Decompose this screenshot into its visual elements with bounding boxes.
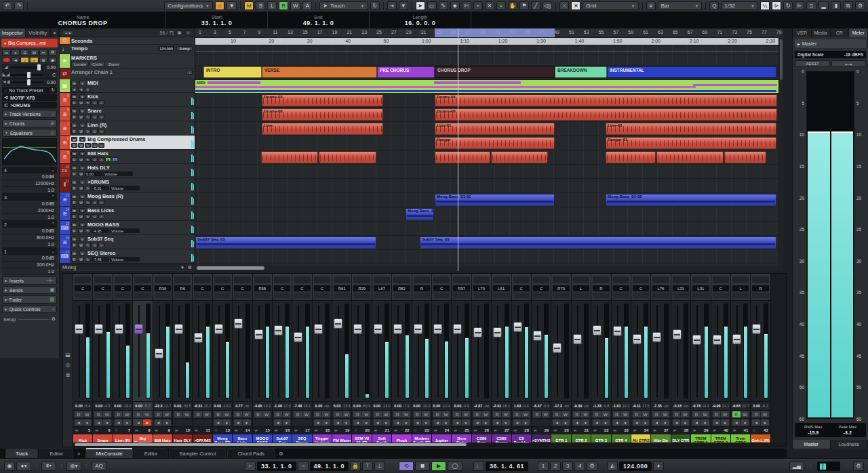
mixer-channel--drums[interactable]: C-8.3110.2RW∞11>DRUMS [193, 274, 212, 447]
mixer-channel-dly-gtr[interactable]: L31-5.15-ooRW◄●∞38DLY GTR [671, 274, 691, 447]
close-lower-zone-icon[interactable]: × [73, 451, 84, 458]
channel-pan-value[interactable]: R70 [553, 285, 569, 291]
channel-pan-value[interactable]: R [414, 285, 430, 291]
channel-fader-area[interactable] [173, 301, 192, 402]
track-accent-icon-blue[interactable]: ▤ [112, 157, 118, 162]
eq-band-freq[interactable]: 100.0Hz [2, 262, 57, 268]
track-row[interactable]: ▣msMIDI●◄≡ [60, 79, 195, 93]
play-tool[interactable]: ◁)) [542, 1, 552, 10]
track-ctrl-icon[interactable]: W [78, 143, 84, 148]
channel-record-button[interactable]: ● [681, 419, 689, 426]
channel-read-button[interactable]: R [353, 411, 361, 417]
track-ctrl-icon[interactable]: ↻ [85, 243, 91, 247]
channel-record-button[interactable]: ● [521, 419, 530, 426]
channel-record-button[interactable]: ● [442, 419, 450, 426]
channel-write-button[interactable]: W [482, 411, 490, 417]
tracklist-footer-arrow[interactable]: ▾ [181, 265, 184, 270]
mixer-channel-moog-bass-r-[interactable]: C0.00-13.2RW◄●○13Moog Bass (R) [213, 274, 233, 447]
track-read-button[interactable]: R [71, 186, 77, 190]
channel-monitor-button[interactable]: ◄ [573, 419, 581, 426]
channel-pan-value[interactable]: L [732, 285, 749, 291]
time-ruler[interactable]: 10203040501:001:101:201:301:401:502:002:… [195, 38, 778, 45]
position-format-icon[interactable]: ♩ [473, 461, 484, 471]
channel-write-button[interactable]: W [561, 411, 570, 417]
channel-record-button[interactable]: ● [222, 419, 231, 426]
channel-rack[interactable]: C [432, 274, 451, 301]
marker-settings-gear-icon[interactable]: ⚙ [587, 461, 597, 471]
channel-rack[interactable]: C [292, 274, 311, 301]
track-mute-button[interactable]: m [71, 194, 77, 199]
fader-cap[interactable] [453, 324, 462, 334]
fader-cap[interactable] [294, 332, 302, 342]
channel-read-button[interactable]: R [673, 411, 681, 417]
left-zone-toggle[interactable]: ▯ [806, 1, 816, 10]
undo-icon[interactable]: ↶ [3, 1, 12, 10]
fader-cap[interactable] [115, 324, 123, 334]
eq-band-gain[interactable]: 0.0dB [2, 173, 57, 180]
channel-fader-area[interactable] [153, 301, 172, 402]
tab-inspector[interactable]: Inspector [0, 28, 26, 37]
eq-bypass-icon[interactable]: ◇ [51, 130, 54, 136]
track-mute-button[interactable]: m [71, 208, 77, 213]
grid-type-dropdown[interactable]: Grid▼ [583, 1, 638, 10]
channel-monitor-button[interactable]: ◄ [414, 419, 422, 426]
eq-curve-display[interactable] [2, 138, 57, 165]
track-ctrl-icon[interactable]: ↻ [85, 115, 91, 119]
channel-write-button[interactable]: W [123, 411, 131, 417]
channel-read-button[interactable]: R [533, 411, 541, 417]
clip-hangar-01[interactable]: Hangar-01 [606, 137, 776, 149]
track-ctrl-icon[interactable]: ⊙ [92, 243, 98, 247]
track-ctrl-icon[interactable]: ⊹ [98, 243, 104, 247]
channel-fader-area[interactable] [492, 301, 511, 402]
track-ctrl-icon[interactable]: R [71, 143, 77, 148]
right-zone-toggle[interactable]: ▮ [831, 1, 841, 10]
channel-fader-area[interactable] [651, 301, 670, 402]
channel-monitor-button[interactable]: ◄ [214, 419, 222, 426]
fader-cap[interactable] [433, 324, 442, 334]
add-track-button[interactable]: + ▾ [62, 30, 73, 35]
tab-cr[interactable]: CR [831, 28, 850, 37]
channel-monitor-button[interactable]: ◄ [94, 419, 102, 426]
channel-monitor-button[interactable]: ◄ [334, 419, 342, 426]
channel-fader-db[interactable]: 0.00 [394, 404, 401, 408]
arranger-section-breakdown[interactable]: BREAKDOWN [555, 66, 607, 78]
channel-monitor-button[interactable]: ◄ [433, 419, 441, 426]
track-ctrl-icon[interactable]: ↻ [85, 214, 91, 219]
track-row[interactable]: ⫴11ms>DRUMSRW↻-6.31Volume [60, 178, 195, 192]
track-search-icon[interactable]: ⌕ [185, 30, 191, 35]
channel-rack[interactable]: C [133, 274, 152, 301]
channel-read-button[interactable]: R [234, 411, 242, 417]
info-start[interactable]: Start33. 1. 1. 0 [166, 12, 268, 28]
section-inserts[interactable]: ▶Inserts⊣⊢ [2, 276, 57, 285]
mixer-channel-pluck[interactable]: R820.00-7.9RW◄●∞22Pluck [392, 274, 412, 447]
channel-pan-value[interactable]: C [75, 285, 91, 291]
listen-button[interactable]: L [267, 1, 277, 10]
track-read-button[interactable]: R [71, 228, 77, 233]
channel-write-button[interactable]: W [521, 411, 530, 417]
track-volume-value[interactable]: -4.95 [92, 228, 109, 233]
automation-mode-dropdown[interactable]: ➤Touch▼ [319, 1, 368, 10]
track-row[interactable]: ⏱Seconds [60, 37, 195, 45]
track-write-button[interactable]: W [78, 171, 84, 176]
channel-record-button[interactable]: ● [283, 419, 291, 426]
automation-settings-icon[interactable]: ↻ [370, 1, 380, 10]
channel-fader-db[interactable]: 0.00 [135, 404, 142, 408]
channel-record-button[interactable]: ● [482, 419, 490, 426]
fader-cap[interactable] [393, 324, 402, 334]
channel-rack[interactable]: C [631, 274, 650, 301]
channel-write-button[interactable]: W [103, 411, 111, 417]
channel-monitor-button[interactable]: ◄ [732, 419, 741, 426]
mixer-channel-sub37-seq[interactable]: C-1.0617.0RW◄●∞16Sub37 Seq [273, 274, 292, 447]
record-button[interactable]: ◯ [448, 461, 462, 471]
channel-read-button[interactable]: R [94, 411, 102, 417]
channel-fader-area[interactable] [412, 301, 431, 402]
inspector-write-button[interactable]: W [30, 49, 39, 56]
track-volume-value[interactable]: -7.48 [92, 257, 109, 262]
channel-rack[interactable]: R6 [173, 274, 192, 301]
channel-write-button[interactable]: W [362, 411, 370, 417]
clip-drums-06[interactable]: Drums-06 [262, 108, 383, 121]
inspector-channel-icon[interactable]: ◉ [48, 57, 57, 63]
mixer-channel-trem-gtrs-2[interactable]: C-9.9814.1RW◄●∞40TREM GTRS 2 [711, 274, 731, 447]
mixer-channel-fm-warm[interactable]: R615.03-23.6RW◄●∞19FM Warm [332, 274, 352, 447]
track-solo-button[interactable]: s [79, 108, 85, 113]
